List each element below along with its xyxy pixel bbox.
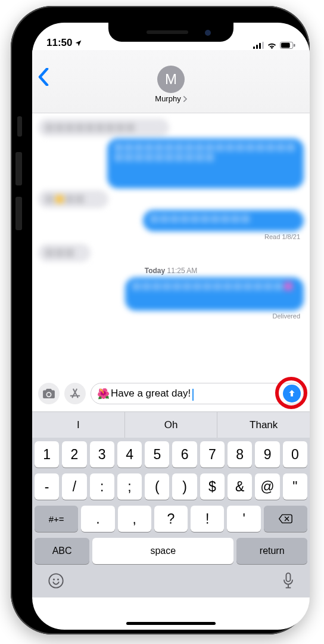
smiley-icon xyxy=(48,572,64,589)
backspace-icon xyxy=(278,513,292,524)
contact-name: Murphy xyxy=(155,94,180,103)
key-question[interactable]: ? xyxy=(154,506,188,532)
kb-row-1: 1 2 3 4 5 6 7 8 9 0 xyxy=(35,441,307,467)
kb-bottom-row xyxy=(35,564,307,592)
svg-rect-1 xyxy=(256,45,258,49)
key-apos[interactable]: ' xyxy=(227,506,260,532)
app-store-icon xyxy=(68,387,82,400)
nav-header: M Murphy xyxy=(32,50,310,113)
prediction-2[interactable]: Oh xyxy=(125,412,218,438)
key-quote[interactable]: " xyxy=(283,473,307,500)
key-5[interactable]: 5 xyxy=(145,441,169,467)
key-symbols[interactable]: #+= xyxy=(35,506,78,532)
kb-row-4: ABC space return xyxy=(35,538,307,564)
location-icon xyxy=(74,39,82,47)
key-dash[interactable]: - xyxy=(35,473,59,500)
status-time: 11:50 xyxy=(46,37,72,49)
timestamp-divider: Today 11:25 AM xyxy=(38,267,304,275)
incoming-bubble[interactable] xyxy=(38,119,169,137)
contact-name-button[interactable]: Murphy xyxy=(155,94,186,103)
dictation-button[interactable] xyxy=(282,572,294,592)
prediction-1[interactable]: I xyxy=(32,412,125,438)
wifi-icon xyxy=(267,42,277,49)
svg-point-8 xyxy=(53,578,55,580)
key-semicolon[interactable]: ; xyxy=(117,473,142,500)
svg-point-7 xyxy=(49,574,63,587)
notch xyxy=(108,23,233,42)
delivered-label: Delivered xyxy=(38,312,300,320)
svg-rect-0 xyxy=(253,47,255,49)
key-period[interactable]: . xyxy=(81,506,114,532)
svg-rect-2 xyxy=(259,43,261,49)
home-indicator[interactable] xyxy=(126,622,216,625)
outgoing-bubble[interactable] xyxy=(143,210,304,231)
svg-rect-6 xyxy=(294,44,295,47)
volume-down-button xyxy=(15,197,22,230)
avatar-letter: M xyxy=(165,71,177,88)
key-slash[interactable]: / xyxy=(62,473,86,500)
compose-row: 🌺 Have a great day! xyxy=(32,378,310,411)
keyboard: 1 2 3 4 5 6 7 8 9 0 - / : ; ( ) $ & @ xyxy=(32,438,310,597)
key-6[interactable]: 6 xyxy=(172,441,197,467)
prediction-3[interactable]: Thank xyxy=(217,412,310,438)
kb-row-2: - / : ; ( ) $ & @ " xyxy=(35,473,307,500)
svg-rect-5 xyxy=(281,43,290,48)
key-comma[interactable]: , xyxy=(118,506,151,532)
cellular-signal-icon xyxy=(253,42,264,49)
kb-row-3: #+= . , ? ! ' xyxy=(35,506,307,532)
microphone-icon xyxy=(282,572,294,589)
incoming-bubble[interactable] xyxy=(38,244,91,262)
key-return[interactable]: return xyxy=(236,538,307,564)
read-receipt: Read 1/8/21 xyxy=(38,233,300,240)
camera-button[interactable] xyxy=(38,383,60,404)
key-2[interactable]: 2 xyxy=(62,441,86,467)
camera-icon xyxy=(42,388,55,399)
key-8[interactable]: 8 xyxy=(228,441,252,467)
screen: 11:50 xyxy=(32,23,310,630)
svg-rect-3 xyxy=(262,42,264,49)
mute-switch xyxy=(17,116,22,137)
app-store-button[interactable] xyxy=(64,383,86,404)
predictive-bar: I Oh Thank xyxy=(32,411,310,438)
key-1[interactable]: 1 xyxy=(35,441,59,467)
send-button[interactable] xyxy=(283,385,301,402)
key-0[interactable]: 0 xyxy=(283,441,307,467)
emoji-keyboard-button[interactable] xyxy=(48,572,64,592)
key-colon[interactable]: : xyxy=(90,473,114,500)
key-4[interactable]: 4 xyxy=(117,441,142,467)
input-text: Have a great day! xyxy=(111,388,191,400)
phone-frame: 11:50 xyxy=(11,6,310,634)
text-caret xyxy=(192,389,194,401)
key-backspace[interactable] xyxy=(264,506,307,532)
key-rparen[interactable]: ) xyxy=(172,473,197,500)
incoming-bubble[interactable] xyxy=(38,190,108,208)
key-abc[interactable]: ABC xyxy=(35,538,89,564)
battery-icon xyxy=(280,42,295,49)
chevron-right-icon xyxy=(183,96,187,102)
message-input[interactable]: 🌺 Have a great day! xyxy=(91,383,304,404)
back-button[interactable] xyxy=(38,68,49,88)
conversation-scroll[interactable]: Read 1/8/21 Today 11:25 AM Delivered xyxy=(32,113,310,378)
key-at[interactable]: @ xyxy=(255,473,279,500)
svg-rect-10 xyxy=(286,573,291,581)
key-3[interactable]: 3 xyxy=(90,441,114,467)
svg-point-9 xyxy=(57,578,59,580)
key-dollar[interactable]: $ xyxy=(200,473,225,500)
key-space[interactable]: space xyxy=(92,538,233,564)
volume-up-button xyxy=(15,152,22,185)
key-bang[interactable]: ! xyxy=(191,506,224,532)
key-7[interactable]: 7 xyxy=(200,441,225,467)
key-amp[interactable]: & xyxy=(228,473,252,500)
outgoing-bubble[interactable] xyxy=(125,277,304,311)
contact-avatar[interactable]: M xyxy=(157,66,185,93)
outgoing-bubble[interactable] xyxy=(107,138,304,188)
key-9[interactable]: 9 xyxy=(255,441,279,467)
key-lparen[interactable]: ( xyxy=(145,473,169,500)
input-emoji: 🌺 xyxy=(97,388,110,400)
arrow-up-icon xyxy=(287,389,297,398)
